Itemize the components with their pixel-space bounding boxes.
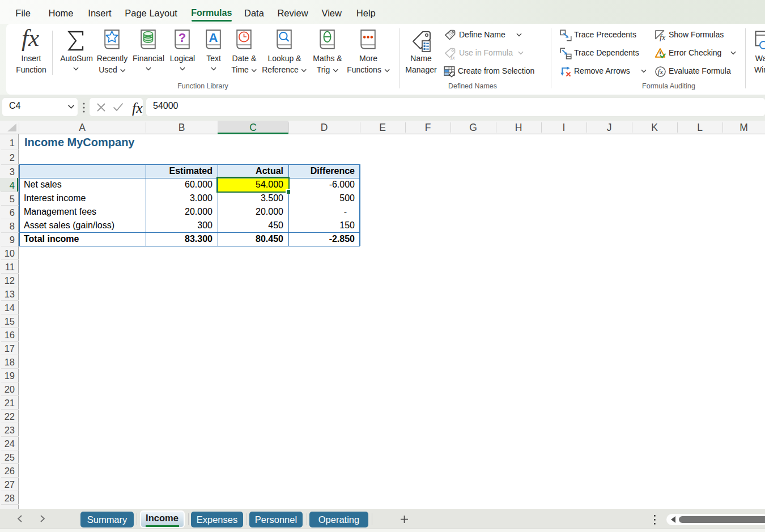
svg-text:A: A bbox=[209, 31, 218, 45]
svg-text:fx: fx bbox=[660, 33, 666, 41]
svg-text:?: ? bbox=[178, 31, 186, 45]
svg-text:fx: fx bbox=[450, 54, 455, 60]
svg-text:fx: fx bbox=[658, 67, 664, 76]
